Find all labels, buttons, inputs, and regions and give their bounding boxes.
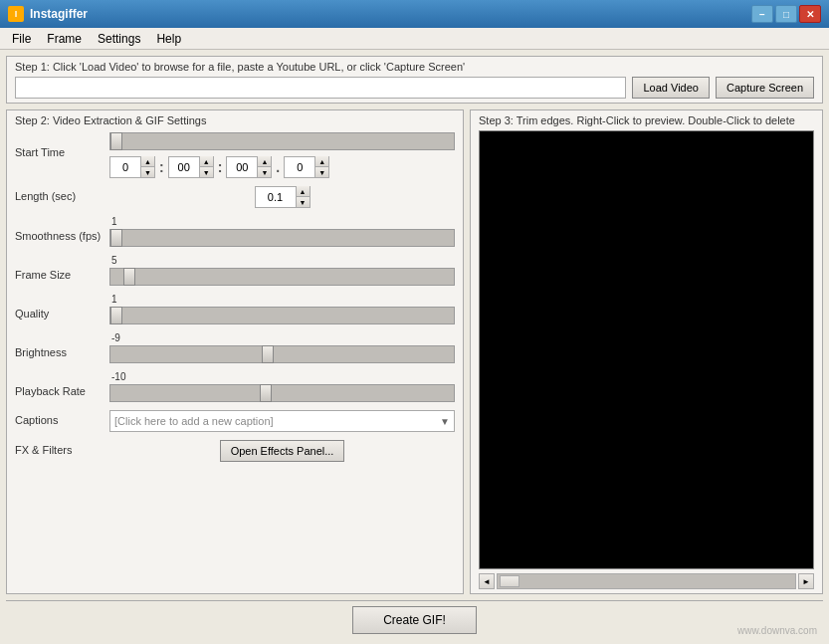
playbackrate-slider[interactable] <box>109 384 455 402</box>
seconds-spinbox[interactable]: ▲ ▼ <box>226 156 272 178</box>
quality-control: 1 <box>109 294 455 324</box>
left-panel: Step 2: Video Extraction & GIF Settings … <box>6 109 464 594</box>
captions-control: [Click here to add a new caption] ▼ <box>109 410 455 432</box>
minutes-down[interactable]: ▼ <box>199 167 213 178</box>
brightness-label: Brightness <box>15 332 109 358</box>
create-gif-button[interactable]: Create GIF! <box>352 606 477 634</box>
framesize-value: 5 <box>111 255 455 266</box>
length-up[interactable]: ▲ <box>296 186 310 197</box>
brightness-row: Brightness -9 <box>15 332 455 363</box>
ms-spinbox[interactable]: ▲ ▼ <box>284 156 329 178</box>
video-scrollbar: ◄ ► <box>479 573 814 589</box>
quality-row: Quality 1 <box>15 294 455 324</box>
start-time-slider[interactable] <box>109 132 455 150</box>
hours-spinbox[interactable]: ▲ ▼ <box>109 156 155 178</box>
app-icon: I <box>8 6 24 22</box>
length-control: ▲ ▼ <box>109 186 455 208</box>
app-title: Instagiffer <box>30 7 88 21</box>
start-time-row: Start Time ▲ ▼ : <box>15 132 455 178</box>
smoothness-control: 1 <box>109 216 455 247</box>
smoothness-value: 1 <box>111 216 455 227</box>
time-dot: . <box>276 159 280 175</box>
length-down[interactable]: ▼ <box>296 197 310 208</box>
load-video-button[interactable]: Load Video <box>632 77 709 99</box>
main-content: Step 1: Click 'Load Video' to browse for… <box>0 50 829 644</box>
brightness-slider[interactable] <box>109 345 455 363</box>
seconds-down[interactable]: ▼ <box>257 167 271 178</box>
playbackrate-value: -10 <box>111 371 455 382</box>
start-time-control: ▲ ▼ : ▲ ▼ : <box>109 132 455 178</box>
fx-row: FX & Filters Open Effects Panel... <box>15 440 455 462</box>
step1-header: Step 1: Click 'Load Video' to browse for… <box>15 61 814 73</box>
menu-file[interactable]: File <box>4 30 39 48</box>
minutes-input[interactable] <box>169 157 199 177</box>
dropdown-arrow-icon: ▼ <box>440 416 450 427</box>
watermark: www.downva.com <box>737 625 817 636</box>
close-button[interactable]: ✕ <box>799 5 821 23</box>
hours-up[interactable]: ▲ <box>140 156 154 167</box>
menubar: File Frame Settings Help <box>0 28 829 50</box>
brightness-control: -9 <box>109 332 455 363</box>
step2-header: Step 2: Video Extraction & GIF Settings <box>15 114 455 126</box>
framesize-control: 5 <box>109 255 455 286</box>
length-input[interactable] <box>256 187 296 207</box>
step3-header: Step 3: Trim edges. Right-Click to previ… <box>479 114 814 126</box>
titlebar: I Instagiffer − □ ✕ <box>0 0 829 28</box>
smoothness-label: Smoothness (fps) <box>15 216 109 242</box>
ms-down[interactable]: ▼ <box>314 167 328 178</box>
framesize-slider[interactable] <box>109 268 455 286</box>
scroll-thumb[interactable] <box>500 575 519 587</box>
fx-control: Open Effects Panel... <box>109 440 455 462</box>
minimize-button[interactable]: − <box>751 5 773 23</box>
start-time-label: Start Time <box>15 132 109 158</box>
playbackrate-row: Playback Rate -10 <box>15 371 455 402</box>
two-col: Step 2: Video Extraction & GIF Settings … <box>6 109 823 594</box>
time-sep-1: : <box>159 159 164 175</box>
ms-input[interactable] <box>285 157 314 177</box>
titlebar-controls: − □ ✕ <box>751 5 821 23</box>
capture-screen-button[interactable]: Capture Screen <box>716 77 814 99</box>
menu-help[interactable]: Help <box>148 30 189 48</box>
captions-row: Captions [Click here to add a new captio… <box>15 410 455 432</box>
maximize-button[interactable]: □ <box>775 5 797 23</box>
hours-input[interactable] <box>110 157 140 177</box>
captions-label: Captions <box>15 410 109 426</box>
time-inputs: ▲ ▼ : ▲ ▼ : <box>109 156 455 178</box>
right-panel: Step 3: Trim edges. Right-Click to previ… <box>470 109 823 594</box>
titlebar-left: I Instagiffer <box>8 6 88 22</box>
scroll-track[interactable] <box>497 573 796 589</box>
time-sep-2: : <box>218 159 223 175</box>
minutes-up[interactable]: ▲ <box>199 156 213 167</box>
step1-row: Load Video Capture Screen <box>15 77 814 99</box>
playbackrate-control: -10 <box>109 371 455 402</box>
length-row: Length (sec) ▲ ▼ <box>15 186 455 208</box>
scroll-left-button[interactable]: ◄ <box>479 573 495 589</box>
captions-dropdown[interactable]: [Click here to add a new caption] ▼ <box>109 410 455 432</box>
playbackrate-label: Playback Rate <box>15 371 109 397</box>
bottom-bar: Create GIF! <box>6 600 823 638</box>
step1-box: Step 1: Click 'Load Video' to browse for… <box>6 56 823 104</box>
seconds-input[interactable] <box>227 157 257 177</box>
framesize-label: Frame Size <box>15 255 109 281</box>
length-label: Length (sec) <box>15 186 109 202</box>
quality-label: Quality <box>15 294 109 320</box>
captions-placeholder: [Click here to add a new caption] <box>114 415 274 427</box>
smoothness-slider[interactable] <box>109 229 455 247</box>
scroll-right-button[interactable]: ► <box>798 573 814 589</box>
framesize-row: Frame Size 5 <box>15 255 455 286</box>
seconds-up[interactable]: ▲ <box>257 156 271 167</box>
brightness-value: -9 <box>111 332 455 343</box>
url-input[interactable] <box>15 77 626 99</box>
ms-up[interactable]: ▲ <box>314 156 328 167</box>
hours-down[interactable]: ▼ <box>140 167 154 178</box>
video-preview <box>479 130 814 569</box>
menu-frame[interactable]: Frame <box>39 30 90 48</box>
open-effects-button[interactable]: Open Effects Panel... <box>220 440 345 462</box>
menu-settings[interactable]: Settings <box>90 30 148 48</box>
quality-slider[interactable] <box>109 307 455 324</box>
minutes-spinbox[interactable]: ▲ ▼ <box>168 156 214 178</box>
quality-value: 1 <box>111 294 455 305</box>
smoothness-row: Smoothness (fps) 1 <box>15 216 455 247</box>
length-spinbox[interactable]: ▲ ▼ <box>255 186 311 208</box>
fx-label: FX & Filters <box>15 440 109 456</box>
